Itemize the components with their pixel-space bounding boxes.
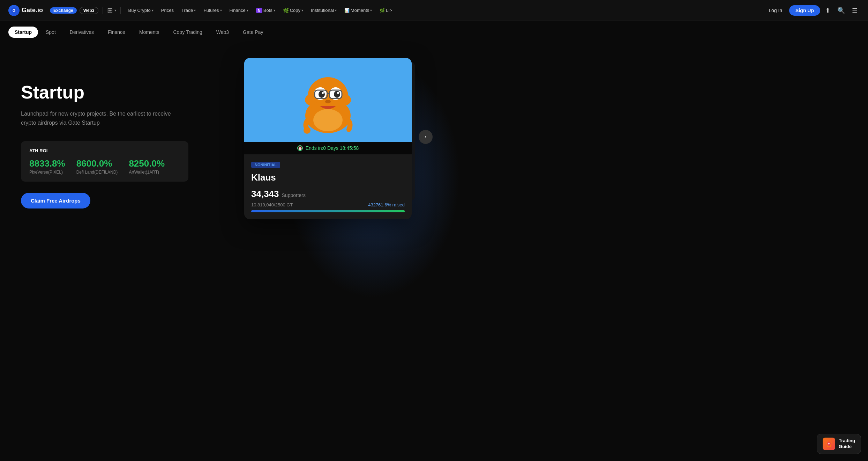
chevron-icon: ▾ <box>247 8 248 12</box>
nav-institutional[interactable]: Institutional ▾ <box>307 6 340 15</box>
progress-dot <box>401 210 405 212</box>
chevron-icon: ▾ <box>220 8 222 12</box>
svg-text:✦: ✦ <box>828 442 830 446</box>
chevron-icon: ▾ <box>194 8 196 12</box>
ath-roi-card: ATH ROI 8833.8% PixeVerse(PIXEL) 8600.0%… <box>21 141 188 182</box>
svg-point-10 <box>322 92 324 94</box>
timer-icon: ⏰ <box>297 145 303 151</box>
nav-copy[interactable]: 🌿 Copy ▾ <box>279 6 307 15</box>
progress-bar <box>251 210 405 212</box>
ath-item-1: 8600.0% Defi Land(DEFILAND) <box>76 158 118 175</box>
svg-point-17 <box>313 109 343 131</box>
progress-info: 10,819,040/2500 GT 432761.6% raised <box>251 202 405 207</box>
nav-prices[interactable]: Prices <box>158 6 177 15</box>
timer-text: Ends in:0 Days 18:45:58 <box>306 145 359 151</box>
chevron-icon: ▾ <box>370 8 372 12</box>
badge-web3[interactable]: Web3 <box>80 7 98 14</box>
badge-exchange[interactable]: Exchange <box>50 7 77 14</box>
nav-divider-2 <box>120 7 121 14</box>
nav-moments[interactable]: 📊 Moments ▾ <box>341 6 375 15</box>
menu-icon[interactable]: ☰ <box>850 5 860 16</box>
logo[interactable]: G Gate.io <box>8 5 43 16</box>
ath-value-0: 8833.8% <box>29 158 65 169</box>
svg-point-11 <box>337 92 339 94</box>
login-button[interactable]: Log In <box>764 6 786 15</box>
tab-startup[interactable]: Startup <box>8 27 38 38</box>
search-icon[interactable]: 🔍 <box>835 5 847 16</box>
tab-spot[interactable]: Spot <box>39 27 62 38</box>
progress-amount: 10,819,040/2500 GT <box>251 202 293 207</box>
next-button[interactable]: › <box>419 130 433 144</box>
tab-finance[interactable]: Finance <box>102 27 132 38</box>
svg-point-9 <box>334 91 340 98</box>
chevron-icon: ▾ <box>274 8 275 12</box>
noninitial-badge: NONINITIAL <box>251 162 280 168</box>
claim-airdrops-button[interactable]: Claim Free Airdrops <box>21 193 90 208</box>
ath-row: 8833.8% PixeVerse(PIXEL) 8600.0% Defi La… <box>29 158 180 175</box>
ath-name-0: PixeVerse(PIXEL) <box>29 170 65 175</box>
ath-item-2: 8250.0% ArtWallet(1ART) <box>129 158 165 175</box>
hero-description: Launchpad for new crypto projects. Be th… <box>21 109 181 127</box>
supporters-row: 34,343 Supporters <box>251 189 405 199</box>
tab-copy-trading[interactable]: Copy Trading <box>167 27 208 38</box>
hero-title: Startup <box>21 82 223 102</box>
tabs-bar: Startup Spot Derivatives Finance Moments… <box>0 21 868 41</box>
tab-derivatives[interactable]: Derivatives <box>63 27 100 38</box>
svg-point-8 <box>319 91 325 98</box>
nav-links: Buy Crypto ▾ Prices Trade ▾ Futures ▾ Fi… <box>125 6 762 15</box>
svg-point-15 <box>325 100 331 103</box>
ath-value-2: 8250.0% <box>129 158 165 169</box>
card-timer: ⏰ Ends in:0 Days 18:45:58 <box>244 142 412 154</box>
download-icon[interactable]: ⬆ <box>823 5 832 16</box>
svg-point-16 <box>304 127 310 134</box>
progress-bar-fill <box>251 210 405 212</box>
trading-guide-text: TradingGuide <box>839 438 855 450</box>
signup-button[interactable]: Sign Up <box>789 5 820 16</box>
left-side: Startup Launchpad for new crypto project… <box>21 54 223 208</box>
nav-bots[interactable]: N Bots ▾ <box>253 6 279 15</box>
project-card: ⏰ Ends in:0 Days 18:45:58 NONINITIAL Kla… <box>244 58 412 219</box>
ath-value-1: 8600.0% <box>76 158 118 169</box>
chevron-icon: ▾ <box>301 8 303 12</box>
svg-text:G: G <box>13 8 16 13</box>
nav-li[interactable]: 🌿 Li> <box>376 6 396 15</box>
ath-item-0: 8833.8% PixeVerse(PIXEL) <box>29 158 65 175</box>
card-image <box>244 58 412 142</box>
nav-right: Log In Sign Up ⬆ 🔍 ☰ <box>764 5 860 16</box>
project-name: Klaus <box>251 172 405 183</box>
chevron-icon: ▾ <box>335 8 337 12</box>
right-side: ⏰ Ends in:0 Days 18:45:58 NONINITIAL Kla… <box>244 54 426 219</box>
nav-finance[interactable]: Finance ▾ <box>226 6 252 15</box>
tab-gate-pay[interactable]: Gate Pay <box>237 27 269 38</box>
tab-moments[interactable]: Moments <box>133 27 166 38</box>
nav-buy-crypto[interactable]: Buy Crypto ▾ <box>125 6 157 15</box>
card-body: NONINITIAL Klaus 34,343 Supporters 10,81… <box>244 154 412 219</box>
logo-icon: G <box>8 5 20 16</box>
nav-apps-icon[interactable]: ⊞ ▾ <box>107 6 116 15</box>
navbar: G Gate.io Exchange Web3 ⊞ ▾ Buy Crypto ▾… <box>0 0 868 21</box>
nav-futures[interactable]: Futures ▾ <box>200 6 225 15</box>
trading-guide-badge[interactable]: ✦ TradingGuide <box>817 434 861 454</box>
supporters-count: 34,343 <box>251 189 279 199</box>
chevron-icon: ▾ <box>152 8 154 12</box>
ath-label: ATH ROI <box>29 148 180 153</box>
ath-name-1: Defi Land(DEFILAND) <box>76 170 118 175</box>
supporters-label: Supporters <box>282 192 306 198</box>
ath-name-2: ArtWallet(1ART) <box>129 170 165 175</box>
tab-web3[interactable]: Web3 <box>210 27 235 38</box>
nav-trade[interactable]: Trade ▾ <box>178 6 199 15</box>
progress-raised: 432761.6% raised <box>368 202 405 207</box>
nav-divider <box>103 7 103 14</box>
trading-guide-icon: ✦ <box>823 438 835 450</box>
project-mascot <box>290 61 366 138</box>
logo-text: Gate.io <box>22 7 43 14</box>
main-content: Startup Launchpad for new crypto project… <box>0 41 868 285</box>
